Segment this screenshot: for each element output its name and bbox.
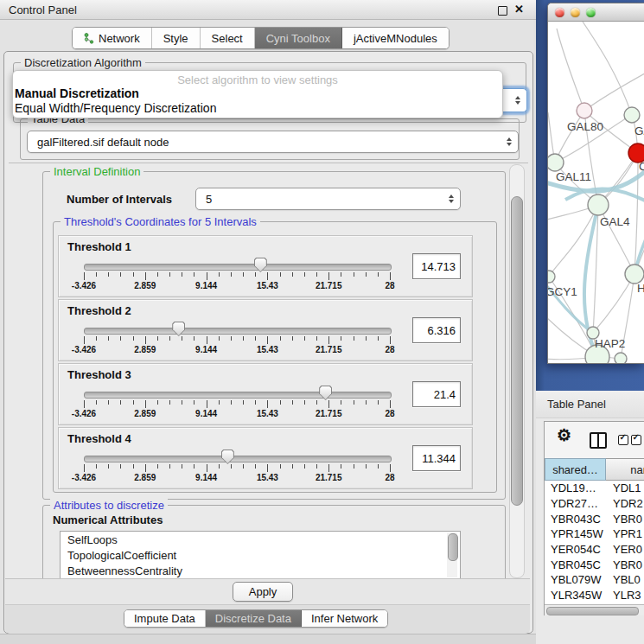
- threshold-1-value-field[interactable]: 14.713: [412, 253, 461, 279]
- table-row[interactable]: YDR27…YDR2: [545, 496, 644, 512]
- float-window-icon[interactable]: [498, 6, 507, 16]
- table-hscrollbar-thumb[interactable]: [546, 607, 639, 615]
- cell-shared-name[interactable]: YPR145W: [545, 527, 606, 540]
- node-label-gal4: GAL4: [600, 215, 630, 228]
- node-bottom-small[interactable]: [615, 353, 627, 363]
- table-panel-container: ⚙ shared… name YDL19…YDL1YDR27…YDR2YBR04…: [544, 421, 644, 615]
- zoom-traffic-light-icon[interactable]: [586, 8, 596, 17]
- group-title: Threshold's Coordinates for 5 Intervals: [61, 215, 260, 228]
- table-row[interactable]: YBL079WYBL0: [545, 572, 644, 588]
- threshold-2-slider-track[interactable]: [84, 328, 392, 335]
- checkbox-select-all-icon[interactable]: [618, 435, 628, 445]
- node-right-low[interactable]: [625, 265, 644, 284]
- bottom-tab-discretize-data[interactable]: Discretize Data: [206, 610, 302, 627]
- slider-tick: [378, 464, 379, 469]
- cell-shared-name[interactable]: YDR27…: [545, 497, 606, 510]
- cell-name[interactable]: YER0: [606, 543, 644, 556]
- slider-tick: [378, 272, 379, 277]
- table-row[interactable]: YER054CYER0: [545, 542, 644, 558]
- tab-network[interactable]: Network: [73, 28, 152, 48]
- threshold-4-slider-track[interactable]: [84, 456, 392, 462]
- slider-tick: [108, 400, 109, 405]
- threshold-1-slider-track[interactable]: [84, 264, 392, 271]
- slider-tick: [280, 464, 281, 469]
- slider-tick: [219, 336, 220, 341]
- tab-jactivemnodules[interactable]: jActiveMNodules: [342, 28, 449, 48]
- table-row[interactable]: YDL19…YDL1: [545, 481, 644, 496]
- slider-tick-label: 21.715: [316, 281, 342, 290]
- cell-shared-name[interactable]: YBL079W: [545, 573, 606, 586]
- cell-name[interactable]: YBR0: [606, 513, 644, 526]
- attribute-item-betweennesscentrality[interactable]: BetweennessCentrality: [61, 563, 460, 578]
- threshold-3-slider-track[interactable]: [84, 392, 392, 399]
- algorithm-dropdown-popup: Select algorithm to view settings Manual…: [12, 70, 503, 118]
- table-row[interactable]: YBR043CYBR0: [545, 511, 644, 526]
- dropdown-option-equal-width-frequency[interactable]: Equal Width/Frequency Discretization: [13, 101, 502, 116]
- column-header-shared-name[interactable]: shared…: [545, 458, 606, 481]
- slider-tick-label: -3.426: [72, 281, 96, 290]
- slider-tick: [157, 272, 158, 277]
- cell-shared-name[interactable]: YER054C: [545, 543, 606, 556]
- gear-icon[interactable]: ⚙: [557, 425, 571, 445]
- node-green-top-right[interactable]: [624, 107, 640, 123]
- tab-select[interactable]: Select: [201, 28, 255, 48]
- table-hscrollbar[interactable]: [545, 604, 644, 615]
- slider-tick: [157, 336, 158, 341]
- node-gcy1[interactable]: [548, 271, 555, 283]
- cell-shared-name[interactable]: YBR045C: [545, 558, 606, 571]
- node-gal11[interactable]: [548, 154, 564, 171]
- slider-tick: [292, 400, 293, 405]
- column-header-name[interactable]: name: [606, 458, 644, 481]
- cell-shared-name[interactable]: YLR345W: [545, 589, 606, 602]
- table-row[interactable]: YPR145WYPR1: [545, 526, 644, 542]
- dropdown-placeholder: Select algorithm to view settings: [13, 73, 502, 86]
- slider-tick: [304, 400, 305, 405]
- cell-name[interactable]: YBR0: [606, 558, 644, 571]
- minimize-traffic-light-icon[interactable]: [571, 8, 580, 17]
- tab-cyni-toolbox[interactable]: Cyni Toolbox: [255, 28, 342, 48]
- table-row[interactable]: YBR045CYBR0: [545, 557, 644, 572]
- cell-name[interactable]: YDL1: [606, 481, 644, 494]
- bottom-tab-impute-data[interactable]: Impute Data: [124, 610, 206, 627]
- cell-name[interactable]: YBL0: [606, 573, 644, 586]
- slider-tick: [145, 400, 146, 408]
- cell-shared-name[interactable]: YBR043C: [545, 513, 606, 526]
- slider-tick: [120, 272, 121, 277]
- cell-name[interactable]: YLR3: [606, 589, 644, 602]
- attribute-item-topologicalcoefficient[interactable]: TopologicalCoefficient: [61, 547, 460, 563]
- table-data-combobox[interactable]: galFiltered.sif default node: [27, 131, 519, 153]
- attribute-item-selfloops[interactable]: SelfLoops: [61, 532, 460, 547]
- table-row[interactable]: YLR345WYLR3: [545, 588, 644, 603]
- slider-tick: [145, 464, 146, 472]
- slider-tick: [390, 272, 391, 280]
- slider-tick: [96, 400, 97, 405]
- bottom-tab-infer-network[interactable]: Infer Network: [302, 610, 387, 627]
- slider-tick: [267, 272, 268, 280]
- slider-tick: [316, 464, 317, 469]
- control-panel-window: Control Panel ✕ NetworkStyleSelectCyni T…: [0, 0, 537, 634]
- columns-icon[interactable]: [590, 432, 607, 449]
- tab-style[interactable]: Style: [152, 28, 201, 48]
- threshold-3-slider-scale: -3.4262.8599.14415.4321.71528: [59, 400, 472, 423]
- attributes-list-scrollbar-thumb[interactable]: [448, 533, 458, 561]
- close-icon[interactable]: ✕: [514, 3, 524, 16]
- node-pink[interactable]: [577, 103, 592, 118]
- dropdown-option-manual-discretization[interactable]: Manual Discretization: [13, 86, 502, 101]
- node-gal4[interactable]: [588, 194, 609, 215]
- threshold-3-value-field[interactable]: 21.4: [412, 381, 461, 407]
- number-of-intervals-combobox[interactable]: 5: [195, 188, 461, 210]
- slider-tick: [354, 464, 354, 469]
- threshold-4-value-field[interactable]: 11.344: [412, 445, 461, 471]
- cell-name[interactable]: YPR1: [606, 527, 644, 540]
- slider-tick: [182, 464, 182, 469]
- cell-shared-name[interactable]: YDL19…: [545, 481, 606, 494]
- apply-button[interactable]: Apply: [233, 582, 293, 602]
- slider-tick: [194, 400, 194, 405]
- checkbox-select-none-icon[interactable]: [631, 435, 641, 445]
- close-traffic-light-icon[interactable]: [555, 8, 564, 17]
- panel-scrollbar-thumb[interactable]: [511, 196, 523, 506]
- threshold-2-value-field[interactable]: 6.316: [412, 317, 461, 343]
- settings-scroll-area: Interval Definition Number of Intervals …: [9, 163, 528, 580]
- network-canvas[interactable]: GAL80 GA C GAL11 GAL4 GCY1 H HAP2: [548, 22, 644, 363]
- cell-name[interactable]: YDR2: [606, 497, 644, 510]
